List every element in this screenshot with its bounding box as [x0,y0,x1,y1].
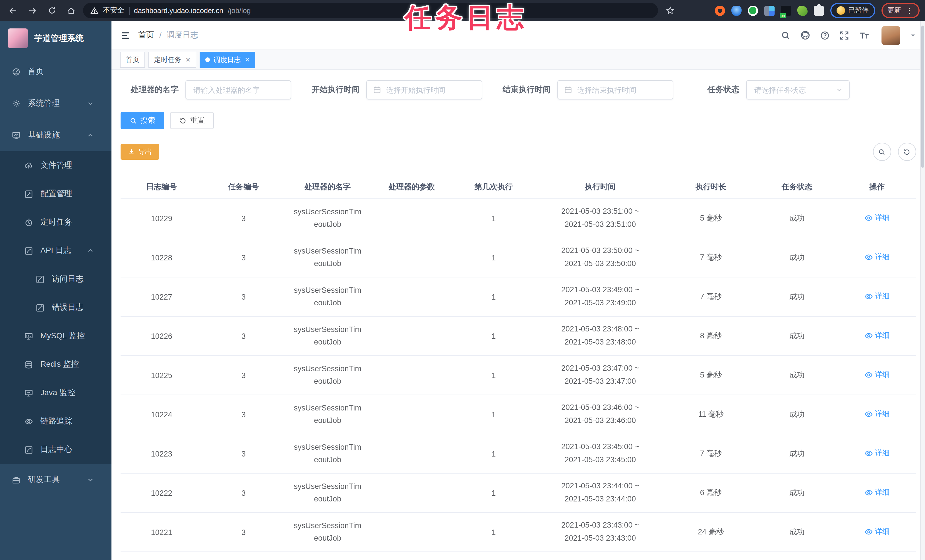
log-edit-icon [24,247,33,255]
cell-status: 成功 [756,524,838,540]
cell-task-id: 3 [202,524,284,540]
column-header: 日志编号 [121,182,202,192]
sidebar-item[interactable]: 链路追踪 [0,407,111,435]
detail-link[interactable]: 详细 [864,448,890,459]
tab-scheduled-tasks[interactable]: 定时任务 ✕ [148,52,196,68]
sidebar-item[interactable]: 系统管理 [0,87,111,119]
browser-home-button[interactable] [64,3,78,18]
sidebar-item[interactable]: 访问日志 [0,265,111,294]
eye-icon [864,449,873,458]
sidebar-item[interactable]: 基础设施 [0,119,111,151]
detail-link[interactable]: 详细 [864,331,890,341]
sidebar-item[interactable]: 首页 [0,56,111,87]
toggle-search-button[interactable] [873,143,891,161]
extensions-puzzle-icon[interactable] [814,5,824,16]
extension-blue-icon[interactable] [731,5,741,16]
detail-link[interactable]: 详细 [864,213,890,223]
page-content: 处理器的名字 开始执行时间 结束执行时间 [111,70,925,560]
paused-badge[interactable]: 已暂停 [830,3,875,18]
sidebar-item[interactable]: 文件管理 [0,151,111,180]
log-edit-icon [35,303,44,312]
export-button[interactable]: 导出 [121,144,159,160]
sidebar-item[interactable]: 研发工具 [0,464,111,496]
sidebar-item[interactable]: 日志中心 [0,435,111,464]
cell-task-id: 3 [202,250,284,265]
cell-exec-index: 1 [453,367,535,383]
scrollbar-thumb[interactable] [921,26,924,168]
search-icon [130,117,137,124]
close-icon[interactable]: ✕ [244,56,250,63]
table-header: 日志编号 任务编号 处理器的名字 处理器的参数 第几次执行 执行时间 执行时长 … [121,176,916,199]
scrollbar[interactable] [920,21,925,560]
breadcrumb-current: 调度日志 [167,30,199,41]
browser-reload-button[interactable] [44,3,59,18]
extension-orange-icon[interactable] [714,5,725,16]
sidebar-item[interactable]: 错误日志 [0,294,111,322]
start-time-input[interactable] [385,85,475,95]
tab-job-log[interactable]: 调度日志 ✕ [200,52,255,68]
url-host: dashboard.yudao.iocoder.cn [134,6,223,15]
fullscreen-icon[interactable] [839,30,849,40]
tab-home[interactable]: 首页 [120,52,145,68]
browser-back-button[interactable] [6,3,21,18]
sidebar-toggle-icon[interactable] [121,30,130,40]
browser-forward-button[interactable] [25,3,40,18]
cell-handler-param [371,411,452,418]
cell-handler-param [371,215,452,222]
java-monitor-icon [24,388,33,397]
cell-handler-param [371,254,452,261]
sidebar-item-label: MySQL 监控 [41,331,101,341]
close-icon[interactable]: ✕ [185,56,190,63]
infrastructure-icon [11,131,21,140]
address-bar[interactable]: 不安全 dashboard.yudao.iocoder.cn/job/log [83,3,658,18]
task-status-input[interactable] [753,85,832,95]
detail-link[interactable]: 详细 [864,409,890,419]
extension-grid-icon[interactable] [764,5,774,16]
sidebar-item-label: 文件管理 [41,160,101,170]
chevron-down-icon [87,100,94,107]
chevron-down-icon[interactable] [910,32,916,38]
log-edit-icon [24,446,33,454]
refresh-table-button[interactable] [898,143,916,161]
kebab-menu-icon[interactable]: ⋮ [905,7,913,14]
search-icon[interactable] [780,30,790,40]
sidebar-item[interactable]: Redis 监控 [0,350,111,379]
column-header: 操作 [838,182,916,192]
help-icon[interactable] [820,30,829,40]
handler-name-input[interactable] [192,85,284,95]
browser-update-button[interactable]: 更新 ⋮ [881,3,919,18]
cell-exec-time: 2021-05-03 23:49:00 ~2021-05-03 23:49:00 [535,280,666,313]
bookmark-star-button[interactable] [663,3,677,18]
eye-icon [864,214,873,222]
detail-link[interactable]: 详细 [864,291,890,302]
reset-button[interactable]: 重置 [170,112,214,129]
detail-link[interactable]: 详细 [864,252,890,262]
detail-link[interactable]: 详细 [864,488,890,498]
sidebar-logo[interactable]: 芋道管理系统 [0,21,111,56]
cell-exec-time: 2021-05-03 23:43:00 ~2021-05-03 23:43:00 [535,516,666,549]
cell-exec-time: 2021-05-03 23:44:00 ~2021-05-03 23:44:00 [535,476,666,509]
font-size-icon[interactable] [859,30,869,40]
sidebar-item[interactable]: 定时任务 [0,208,111,236]
detail-link[interactable]: 详细 [864,527,890,537]
breadcrumb-home[interactable]: 首页 [138,30,154,41]
extension-green-icon[interactable] [747,5,758,16]
column-header: 处理器的名字 [285,182,371,192]
chevron-down-icon [87,476,94,483]
extension-on-badge-icon[interactable] [780,5,791,16]
user-avatar[interactable] [881,26,900,45]
sidebar-item[interactable]: 配置管理 [0,180,111,208]
sidebar-item[interactable]: Java 监控 [0,379,111,407]
eye-icon [864,528,873,536]
cell-exec-time: 2021-05-03 23:46:00 ~2021-05-03 23:46:00 [535,398,666,431]
sidebar-item[interactable]: API 日志 [0,236,111,265]
github-icon[interactable] [800,30,810,41]
search-button[interactable]: 搜索 [121,112,164,129]
sidebar-item[interactable]: MySQL 监控 [0,322,111,350]
sidebar-item-label: 首页 [28,66,101,77]
extension-leaf-icon[interactable] [797,5,807,16]
detail-link[interactable]: 详细 [864,370,890,380]
cell-task-id: 3 [202,485,284,501]
task-status-select[interactable] [746,80,850,99]
end-time-input[interactable] [576,85,666,95]
